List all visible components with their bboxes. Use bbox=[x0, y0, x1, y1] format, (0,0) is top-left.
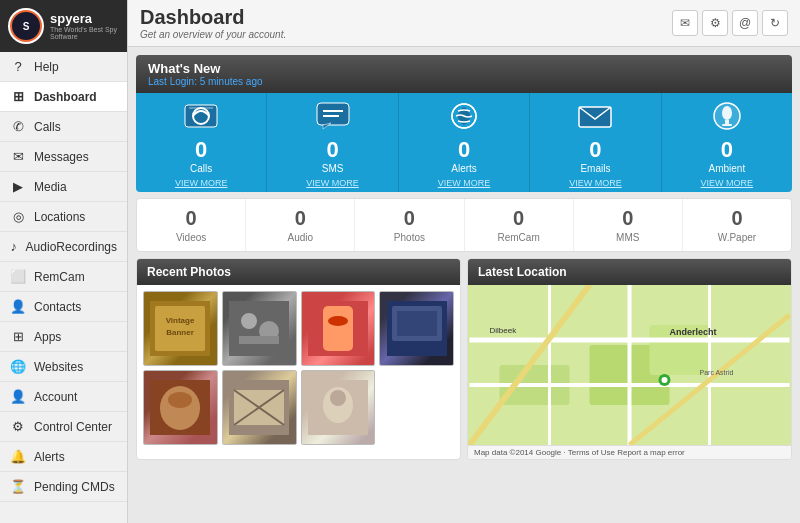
mms-count: 0 bbox=[622, 207, 633, 230]
svg-text:Banner: Banner bbox=[167, 328, 195, 337]
remcam-label: RemCam bbox=[497, 232, 539, 243]
audio-count: 0 bbox=[295, 207, 306, 230]
at-header-icon[interactable]: @ bbox=[732, 10, 758, 36]
email-header-icon[interactable]: ✉ bbox=[672, 10, 698, 36]
sidebar-item-help[interactable]: ? Help bbox=[0, 52, 127, 82]
photo-thumb-7[interactable] bbox=[301, 370, 376, 445]
calls-icon: ✆ bbox=[10, 119, 26, 134]
contacts-icon: 👤 bbox=[10, 299, 26, 314]
photo-thumb-3[interactable] bbox=[301, 291, 376, 366]
remcam-stat: 0 RemCam bbox=[465, 199, 574, 251]
sidebar-item-apps[interactable]: ⊞ Apps bbox=[0, 322, 127, 352]
sidebar-item-audio-recordings[interactable]: ♪ AudioRecordings bbox=[0, 232, 127, 262]
sms-label: SMS bbox=[322, 163, 344, 174]
control-center-icon: ⚙ bbox=[10, 419, 26, 434]
help-icon: ? bbox=[10, 59, 26, 74]
remcam-count: 0 bbox=[513, 207, 524, 230]
svg-rect-23 bbox=[239, 336, 279, 344]
ambient-count: 0 bbox=[721, 139, 733, 161]
ambient-stat-icon bbox=[709, 101, 745, 137]
alerts-count: 0 bbox=[458, 139, 470, 161]
alerts-viewmore[interactable]: VIEW MORE bbox=[438, 178, 491, 188]
messages-icon: ✉ bbox=[10, 149, 26, 164]
locations-icon: ◎ bbox=[10, 209, 26, 224]
main-content: Dashboard Get an overview of your accoun… bbox=[128, 0, 800, 523]
videos-count: 0 bbox=[186, 207, 197, 230]
calls-viewmore[interactable]: VIEW MORE bbox=[175, 178, 228, 188]
logo-tagline: The World's Best Spy Software bbox=[50, 26, 119, 40]
logo-text-area: spyera The World's Best Spy Software bbox=[50, 12, 119, 40]
sidebar-item-media[interactable]: ▶ Media bbox=[0, 172, 127, 202]
sms-count: 0 bbox=[326, 139, 338, 161]
svg-point-55 bbox=[662, 377, 668, 383]
svg-rect-29 bbox=[397, 311, 437, 336]
remcam-icon: ⬜ bbox=[10, 269, 26, 284]
photo-thumb-2[interactable] bbox=[222, 291, 297, 366]
calls-stat-icon bbox=[183, 101, 219, 137]
calls-stat: 0 Calls VIEW MORE bbox=[136, 93, 267, 192]
top-header: Dashboard Get an overview of your accoun… bbox=[128, 0, 800, 47]
svg-point-26 bbox=[328, 316, 348, 326]
latest-location-panel: Latest Location bbox=[467, 258, 792, 460]
emails-label: Emails bbox=[580, 163, 610, 174]
photo-thumb-5[interactable] bbox=[143, 370, 218, 445]
sidebar-item-locations[interactable]: ◎ Locations bbox=[0, 202, 127, 232]
photo-thumb-4[interactable] bbox=[379, 291, 454, 366]
dashboard-content: What's New Last Login: 5 minutes ago 0 C… bbox=[128, 47, 800, 523]
svg-rect-5 bbox=[317, 103, 349, 125]
whats-new-banner: What's New Last Login: 5 minutes ago bbox=[136, 55, 792, 93]
sidebar-item-account[interactable]: 👤 Account bbox=[0, 382, 127, 412]
svg-text:S: S bbox=[23, 21, 30, 32]
wpaper-label: W.Paper bbox=[718, 232, 756, 243]
photo-thumb-1[interactable]: Vintage Banner bbox=[143, 291, 218, 366]
sidebar-item-remcam[interactable]: ⬜ RemCam bbox=[0, 262, 127, 292]
logo-icon: S bbox=[8, 8, 44, 44]
sidebar-item-dashboard[interactable]: ⊞ Dashboard bbox=[0, 82, 127, 112]
gear-header-icon[interactable]: ⚙ bbox=[702, 10, 728, 36]
emails-viewmore[interactable]: VIEW MORE bbox=[569, 178, 622, 188]
sidebar-item-messages[interactable]: ✉ Messages bbox=[0, 142, 127, 172]
svg-rect-15 bbox=[722, 124, 732, 126]
sms-viewmore[interactable]: VIEW MORE bbox=[306, 178, 359, 188]
sidebar-item-websites[interactable]: 🌐 Websites bbox=[0, 352, 127, 382]
audio-icon: ♪ bbox=[10, 239, 18, 254]
photo-thumb-6[interactable] bbox=[222, 370, 297, 445]
pending-cmds-icon: ⏳ bbox=[10, 479, 26, 494]
svg-point-21 bbox=[241, 313, 257, 329]
ambient-viewmore[interactable]: VIEW MORE bbox=[701, 178, 754, 188]
account-icon: 👤 bbox=[10, 389, 26, 404]
svg-rect-4 bbox=[189, 107, 213, 109]
last-login-text: Last Login: 5 minutes ago bbox=[148, 76, 780, 87]
alerts-icon: 🔔 bbox=[10, 449, 26, 464]
map-footer: Map data ©2014 Google · Terms of Use Rep… bbox=[468, 445, 791, 459]
sidebar-item-calls[interactable]: ✆ Calls bbox=[0, 112, 127, 142]
sidebar-item-pending-cmds[interactable]: ⏳ Pending CMDs bbox=[0, 472, 127, 502]
svg-point-32 bbox=[168, 392, 192, 408]
wpaper-stat: 0 W.Paper bbox=[683, 199, 791, 251]
photos-grid: Vintage Banner bbox=[137, 285, 460, 451]
svg-text:Parc Astrid: Parc Astrid bbox=[700, 369, 734, 376]
alerts-stat-icon bbox=[446, 101, 482, 137]
header-icons-group: ✉ ⚙ @ ↻ bbox=[672, 10, 788, 36]
sidebar-item-alerts[interactable]: 🔔 Alerts bbox=[0, 442, 127, 472]
emails-count: 0 bbox=[589, 139, 601, 161]
audio-stat: 0 Audio bbox=[246, 199, 355, 251]
logo-area: S spyera The World's Best Spy Software bbox=[0, 0, 127, 52]
latest-location-header: Latest Location bbox=[468, 259, 791, 285]
whats-new-title: What's New bbox=[148, 61, 780, 76]
websites-icon: 🌐 bbox=[10, 359, 26, 374]
logo-name: spyera bbox=[50, 12, 119, 26]
emails-stat-icon bbox=[577, 101, 613, 137]
sms-stat-icon bbox=[315, 101, 351, 137]
media-icon: ▶ bbox=[10, 179, 26, 194]
bottom-panels: Recent Photos Vintage Banner bbox=[136, 258, 792, 460]
sidebar-item-control-center[interactable]: ⚙ Control Center bbox=[0, 412, 127, 442]
svg-text:Anderlecht: Anderlecht bbox=[670, 327, 717, 337]
sidebar-item-contacts[interactable]: 👤 Contacts bbox=[0, 292, 127, 322]
secondary-stats-row: 0 Videos 0 Audio 0 Photos 0 RemCam 0 MMS… bbox=[136, 198, 792, 252]
refresh-header-icon[interactable]: ↻ bbox=[762, 10, 788, 36]
sidebar: S spyera The World's Best Spy Software ?… bbox=[0, 0, 128, 523]
page-subtitle: Get an overview of your account. bbox=[140, 29, 286, 40]
dashboard-icon: ⊞ bbox=[10, 89, 26, 104]
mms-label: MMS bbox=[616, 232, 639, 243]
